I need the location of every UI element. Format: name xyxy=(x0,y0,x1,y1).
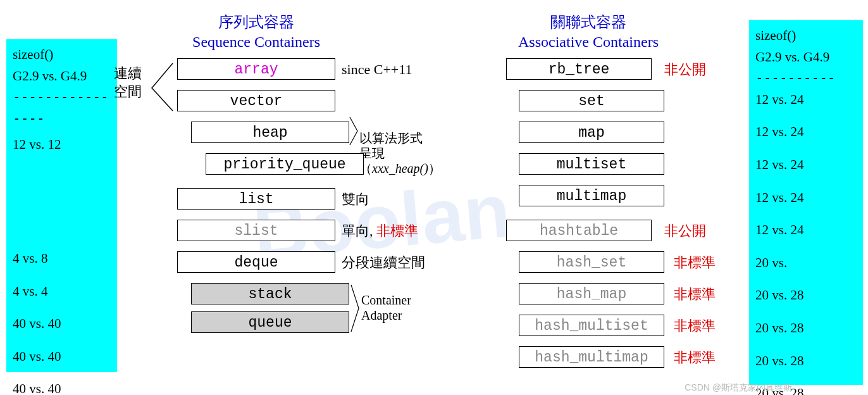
sizeof-subtitle: G2.9 vs. G4.9 xyxy=(13,66,111,87)
contiguous-text: 連續空間 xyxy=(114,65,142,99)
assoc-header: 關聯式容器 Associative Containers xyxy=(500,13,677,52)
sizeof-subtitle: G2.9 vs. G4.9 xyxy=(755,47,857,68)
box-hash-multiset: hash_multiset xyxy=(519,315,664,336)
size-row: 20 vs. xyxy=(755,245,857,274)
note-hash-map: 非標準 xyxy=(674,286,716,303)
box-queue: queue xyxy=(191,311,349,333)
csdn-watermark: CSDN @斯塔克家的真维斯 xyxy=(685,382,792,394)
box-hash-set: hash_set xyxy=(519,251,664,273)
size-row: 4 vs. 4 xyxy=(13,273,111,303)
box-list: list xyxy=(177,188,335,210)
note-hash-multiset: 非標準 xyxy=(674,318,716,334)
divider: ---------------- xyxy=(13,87,111,129)
size-row: 12 vs. 12 xyxy=(13,129,111,156)
sizeof-left: sizeof() G2.9 vs. G4.9 ---------------- … xyxy=(6,39,117,372)
seq-header: 序列式容器 Sequence Containers xyxy=(174,13,338,52)
box-deque: deque xyxy=(177,251,335,273)
box-set: set xyxy=(519,90,664,111)
box-hash-map: hash_map xyxy=(519,283,664,304)
note-hashtable: 非公開 xyxy=(664,223,706,239)
note-hash-multimap: 非標準 xyxy=(674,349,716,366)
assoc-header-en: Associative Containers xyxy=(500,32,677,52)
box-multiset: multiset xyxy=(519,153,664,175)
box-slist: slist xyxy=(177,220,335,241)
size-row: 40 vs. 40 xyxy=(13,339,111,368)
note-heap: 以算法形式呈現（xxx_heap()） xyxy=(359,115,446,176)
box-array: array xyxy=(177,58,335,80)
seq-header-cn: 序列式容器 xyxy=(174,13,338,32)
size-row: 20 vs. 28 xyxy=(755,310,857,339)
size-row: 40 vs. 40 xyxy=(13,306,111,335)
sizeof-title: sizeof() xyxy=(755,25,857,47)
box-map: map xyxy=(519,122,664,143)
box-priority-queue: priority_queue xyxy=(206,153,364,175)
divider: ---------- xyxy=(755,68,857,89)
heap-connector xyxy=(348,115,359,147)
size-row: 12 vs. 24 xyxy=(755,114,857,143)
size-row: 20 vs. 28 xyxy=(755,277,857,306)
note-hash-set: 非標準 xyxy=(674,254,716,271)
note-rbtree: 非公開 xyxy=(664,61,706,78)
size-row: 4 vs. 8 xyxy=(13,248,111,270)
box-heap: heap xyxy=(191,122,349,143)
associative-column: 關聯式容器 Associative Containers rb_tree 非公開… xyxy=(456,13,747,58)
note-slist: 單向, 非標準 xyxy=(342,223,418,239)
size-row: 12 vs. 24 xyxy=(755,180,857,209)
box-multimap: multimap xyxy=(519,185,664,206)
contiguous-label: 連續空間 xyxy=(114,65,146,101)
sequence-column: 序列式容器 Sequence Containers 連續空間 array sin… xyxy=(117,13,446,58)
size-row: 40 vs. 40 xyxy=(13,371,111,395)
box-vector: vector xyxy=(177,90,335,111)
note-slist-1: 單向, xyxy=(342,223,373,239)
note-heap-txt: 以算法形式呈現（xxx_heap()） xyxy=(359,131,441,175)
box-stack: stack xyxy=(191,283,349,304)
box-rbtree: rb_tree xyxy=(506,58,652,80)
note-list: 雙向 xyxy=(342,191,369,208)
size-row: 12 vs. 24 xyxy=(755,89,857,111)
box-hash-multimap: hash_multimap xyxy=(519,346,664,368)
size-row: 12 vs. 24 xyxy=(755,212,857,241)
seq-header-en: Sequence Containers xyxy=(174,32,338,52)
note-slist-2: 非標準 xyxy=(376,223,418,239)
adapter-connector xyxy=(349,283,361,334)
size-row: 12 vs. 24 xyxy=(755,147,857,176)
size-row: 20 vs. 28 xyxy=(755,343,857,372)
note-array: since C++11 xyxy=(342,61,412,78)
note-deque: 分段連續空間 xyxy=(342,254,425,271)
sizeof-right: sizeof() G2.9 vs. G4.9 ---------- 12 vs.… xyxy=(749,20,863,385)
assoc-header-cn: 關聯式容器 xyxy=(500,13,677,32)
angle-connector xyxy=(149,61,174,112)
note-adapter: ContainerAdapter xyxy=(361,292,411,323)
box-hashtable: hashtable xyxy=(506,220,652,241)
sizeof-title: sizeof() xyxy=(13,44,111,66)
